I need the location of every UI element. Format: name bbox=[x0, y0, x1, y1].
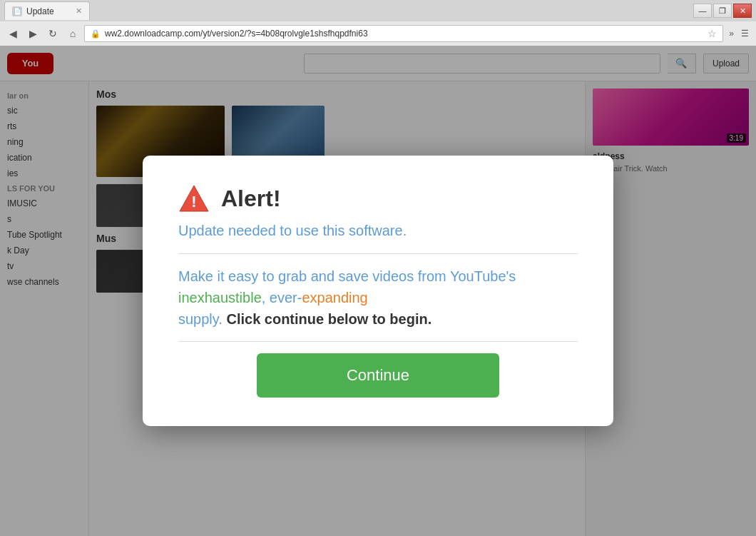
alert-dialog: ! Alert! Update needed to use this softw… bbox=[143, 156, 613, 426]
dialog-title: Alert! bbox=[221, 186, 281, 212]
dialog-divider-top bbox=[178, 253, 578, 254]
forward-button[interactable]: ▶ bbox=[24, 25, 41, 42]
address-text: ww2.downloadcamp.com/yt/version2/?s=4b08… bbox=[105, 29, 368, 39]
dialog-divider-bottom bbox=[178, 341, 578, 342]
close-button[interactable]: ✕ bbox=[733, 4, 752, 18]
continue-button[interactable]: Continue bbox=[257, 353, 499, 398]
dialog-body-supply: supply. bbox=[178, 311, 226, 327]
security-icon: 🔒 bbox=[91, 29, 101, 39]
refresh-button[interactable]: ↻ bbox=[44, 25, 61, 42]
warning-icon: ! bbox=[178, 184, 210, 213]
dialog-body-text1: Make it easy to grab and save videos fro… bbox=[178, 268, 516, 284]
maximize-button[interactable]: ❐ bbox=[713, 4, 732, 18]
dialog-subtitle: Update needed to use this software. bbox=[178, 223, 578, 239]
tab-icon: 📄 bbox=[12, 6, 22, 16]
dialog-body-text2: , ever- bbox=[262, 290, 302, 305]
dialog-body-inexhaustible: inexhaustible bbox=[178, 290, 262, 305]
youtube-background: You 🔍 Upload lar on sic rts ning ication… bbox=[0, 46, 756, 536]
browser-tab[interactable]: 📄 Update ✕ bbox=[4, 1, 90, 20]
menu-buttons: » ☰ bbox=[726, 27, 752, 40]
minimize-button[interactable]: — bbox=[693, 4, 712, 18]
home-button[interactable]: ⌂ bbox=[64, 25, 81, 42]
dialog-header: ! Alert! bbox=[178, 184, 578, 213]
tab-title: Update bbox=[26, 6, 54, 16]
title-bar: 📄 Update ✕ — ❐ ✕ bbox=[0, 0, 756, 21]
svg-text:!: ! bbox=[191, 193, 196, 211]
dialog-body-expanding: expanding bbox=[302, 290, 367, 305]
menu-button[interactable]: ☰ bbox=[738, 27, 752, 40]
modal-overlay: ! Alert! Update needed to use this softw… bbox=[0, 46, 756, 536]
window-controls: — ❐ ✕ bbox=[693, 4, 752, 18]
browser-chrome: 📄 Update ✕ — ❐ ✕ ◀ ▶ ↻ ⌂ 🔒 ww2.downloadc… bbox=[0, 0, 756, 46]
nav-bar: ◀ ▶ ↻ ⌂ 🔒 ww2.downloadcamp.com/yt/versio… bbox=[0, 21, 756, 46]
address-bar[interactable]: 🔒 ww2.downloadcamp.com/yt/version2/?s=4b… bbox=[84, 25, 723, 42]
tab-close-button[interactable]: ✕ bbox=[76, 6, 82, 16]
extensions-button[interactable]: » bbox=[726, 27, 737, 40]
dialog-body: Make it easy to grab and save videos fro… bbox=[178, 266, 578, 330]
back-button[interactable]: ◀ bbox=[4, 25, 21, 42]
dialog-body-cta: Click continue below to begin. bbox=[226, 311, 431, 327]
bookmark-icon[interactable]: ☆ bbox=[708, 28, 717, 39]
